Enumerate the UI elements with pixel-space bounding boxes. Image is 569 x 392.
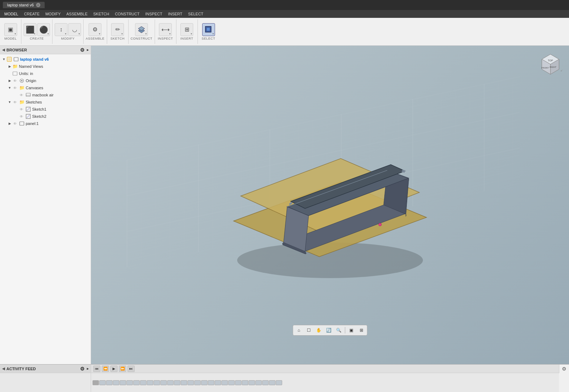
- timeline-item[interactable]: [160, 380, 167, 385]
- browser-settings-icon[interactable]: ⚙: [80, 47, 85, 53]
- menu-insert[interactable]: INSERT: [165, 11, 185, 17]
- tree-item-macbook-air[interactable]: ▶ 👁 macbook air: [0, 91, 91, 99]
- origin-icon: [19, 78, 25, 84]
- timeline-item[interactable]: [215, 380, 221, 385]
- menu-sketch[interactable]: SKETCH: [90, 11, 112, 17]
- timeline-btn-skip-start[interactable]: ⏮: [93, 366, 100, 372]
- timeline-item[interactable]: [120, 380, 126, 385]
- document-tab[interactable]: laptop stand v6 ×: [3, 2, 45, 8]
- menu-modify[interactable]: MODIFY: [43, 11, 64, 17]
- menu-construct[interactable]: CONSTRUCT: [112, 11, 143, 17]
- timeline-item[interactable]: [235, 380, 241, 385]
- tool-select-window[interactable]: ▾: [202, 23, 215, 36]
- document-title: laptop stand v6: [7, 3, 34, 7]
- menu-select[interactable]: SELECT: [185, 11, 206, 17]
- timeline-item[interactable]: [228, 380, 235, 385]
- activity-label: ACTIVITY FEED: [6, 367, 36, 371]
- timeline-item[interactable]: [249, 380, 255, 385]
- vp-btn-camera[interactable]: ☐: [304, 326, 314, 334]
- timeline-item[interactable]: [99, 380, 106, 385]
- tool-inspect-measure[interactable]: ⟷ ▾: [159, 23, 172, 36]
- vp-btn-display-mode[interactable]: ▣: [347, 326, 356, 334]
- browser-expand-icon[interactable]: ▸: [87, 48, 89, 52]
- units-label: Units: in: [19, 71, 33, 76]
- timeline-item[interactable]: [126, 380, 133, 385]
- menu-create[interactable]: CREATE: [21, 11, 43, 17]
- timeline-item[interactable]: [242, 380, 248, 385]
- toolbar-section-create: ⬛ ▾ ⚫ ▾ CREATE: [21, 19, 53, 44]
- toolbar-section-modify: ↕ ▾ ◡ ▾ MODIFY: [53, 19, 84, 44]
- menu-bar: MODEL CREATE MODIFY ASSEMBLE SKETCH CONS…: [0, 10, 569, 18]
- macbook-canvas-icon: [25, 92, 31, 98]
- vp-btn-pan[interactable]: ✋: [314, 326, 324, 334]
- close-tab-button[interactable]: ×: [36, 3, 40, 7]
- menu-inspect[interactable]: INSPECT: [143, 11, 165, 17]
- timeline-item[interactable]: [221, 380, 228, 385]
- tree-item-origin[interactable]: ▶ 👁 Origin: [0, 77, 91, 84]
- activity-settings-icon[interactable]: ⚙: [80, 366, 85, 372]
- timeline-track[interactable]: [91, 373, 559, 392]
- tool-construct-offset-plane[interactable]: ▾: [135, 23, 148, 36]
- timeline-item[interactable]: [167, 380, 174, 385]
- tool-model-browser[interactable]: ▣ ▾: [4, 23, 17, 36]
- timeline-item[interactable]: [154, 380, 160, 385]
- tree-item-sketch2[interactable]: ▶ 👁 Sketch2: [0, 113, 91, 120]
- timeline-item[interactable]: [201, 380, 208, 385]
- timeline-btn-skip-end[interactable]: ⏭: [128, 366, 135, 372]
- timeline-item[interactable]: [140, 380, 146, 385]
- timeline-item[interactable]: [208, 380, 214, 385]
- timeline-btn-prev[interactable]: ⏪: [102, 366, 109, 372]
- svg-point-9: [21, 80, 23, 81]
- timeline-item[interactable]: [147, 380, 153, 385]
- select-icon: [205, 26, 213, 34]
- vp-btn-home[interactable]: ⌂: [294, 326, 304, 334]
- tree-item-root[interactable]: ▼ laptop stand v6: [0, 56, 91, 63]
- svg-rect-5: [8, 58, 11, 61]
- menu-assemble[interactable]: ASSEMBLE: [64, 11, 90, 17]
- tool-sketch-create[interactable]: ✏ ▾: [111, 23, 124, 36]
- timeline-btn-next[interactable]: ⏩: [119, 366, 126, 372]
- tool-assemble-joint[interactable]: ⚙ ▾: [89, 23, 101, 36]
- tree-item-named-views[interactable]: ▶ 📁 Named Views: [0, 63, 91, 70]
- vp-btn-orbit[interactable]: 🔄: [324, 326, 334, 334]
- tool-insert-svg[interactable]: ⊞ ▾: [180, 23, 193, 36]
- timeline-item[interactable]: [113, 380, 119, 385]
- timeline-item[interactable]: [255, 380, 262, 385]
- menu-model[interactable]: MODEL: [1, 11, 21, 17]
- vp-btn-zoom[interactable]: 🔍: [334, 326, 344, 334]
- timeline-item[interactable]: [194, 380, 201, 385]
- timeline-item[interactable]: [106, 380, 113, 385]
- timeline-item[interactable]: [262, 380, 269, 385]
- timeline-item[interactable]: [181, 380, 187, 385]
- vp-separator: [345, 327, 345, 333]
- global-settings-button[interactable]: ⚙: [559, 365, 569, 373]
- vp-btn-grid[interactable]: ⊞: [357, 326, 366, 334]
- tree-item-panel1[interactable]: ▶ 👁 panel:1: [0, 120, 91, 127]
- view-cube[interactable]: TOP RIGHT FRONT ↙: [538, 51, 563, 77]
- viewport[interactable]: TOP RIGHT FRONT ↙ ⌂ ☐ ✋ 🔄 🔍 ▣ ⊞: [91, 46, 569, 364]
- timeline-item[interactable]: [269, 380, 275, 385]
- tool-modify-fillet[interactable]: ◡ ▾: [68, 23, 81, 36]
- tree-item-canvases[interactable]: ▼ 👁 📁 Canvases: [0, 84, 91, 91]
- tree-item-sketches[interactable]: ▼ 👁 📁 Sketches: [0, 99, 91, 106]
- timeline-btn-play[interactable]: ▶: [110, 366, 118, 372]
- activity-collapse-arrow[interactable]: ◀: [2, 367, 5, 371]
- timeline-item[interactable]: [93, 380, 99, 385]
- timeline-item[interactable]: [276, 380, 282, 385]
- tool-modify-press-pull[interactable]: ↕ ▾: [55, 23, 68, 36]
- sketches-folder-icon: 📁: [19, 99, 25, 105]
- tool-create-box[interactable]: ⬛ ▾: [24, 23, 36, 36]
- browser-collapse-arrow[interactable]: ◀: [2, 48, 5, 52]
- timeline-item[interactable]: [133, 380, 140, 385]
- activity-expand-icon[interactable]: ▸: [87, 367, 89, 371]
- tool-create-sphere[interactable]: ⚫ ▾: [37, 23, 50, 36]
- svg-point-29: [379, 223, 381, 226]
- units-icon: [12, 71, 18, 76]
- timeline-item[interactable]: [188, 380, 194, 385]
- tree-item-units[interactable]: ▶ Units: in: [0, 70, 91, 77]
- svg-text:↙: ↙: [560, 69, 563, 72]
- timeline-item[interactable]: [174, 380, 180, 385]
- canvases-eye-icon: 👁: [12, 85, 18, 91]
- toolbar-section-construct: ▾ CONSTRUCT: [129, 19, 155, 44]
- tree-item-sketch1[interactable]: ▶ 👁 Sketch1: [0, 106, 91, 113]
